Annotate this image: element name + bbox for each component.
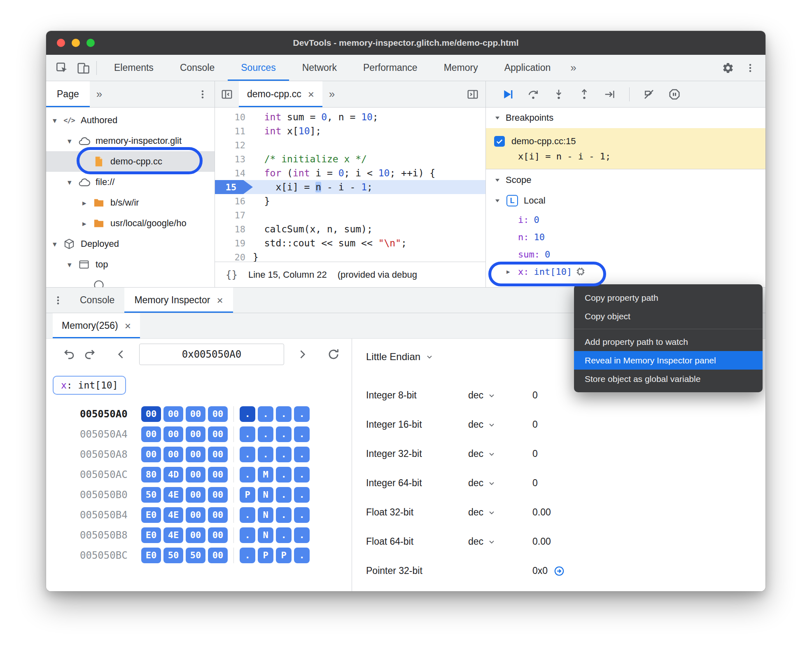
expander-icon[interactable]: ▾ — [68, 178, 77, 187]
drawer-menu-kebab-icon[interactable] — [46, 288, 70, 313]
code-line-14[interactable]: 14 for (int i = 0; i < 10; ++i) { — [215, 166, 485, 180]
close-icon[interactable]: × — [308, 89, 314, 100]
byte-cell[interactable]: 00 — [163, 447, 183, 462]
byte-cell[interactable]: 00 — [141, 406, 161, 422]
menu-item-store-object-as-global-variable[interactable]: Store object as global variable — [574, 370, 763, 388]
ascii-cell[interactable]: . — [276, 447, 292, 462]
ascii-cell[interactable]: . — [240, 447, 255, 462]
tab-page[interactable]: Page — [46, 81, 90, 107]
ascii-cell[interactable]: . — [276, 426, 292, 442]
format-dropdown[interactable]: dec — [468, 536, 532, 547]
step-icon[interactable] — [604, 88, 616, 101]
close-window-button[interactable] — [57, 39, 65, 47]
tree-item-memory-inspector-glit[interactable]: ▾memory-inspector.glit — [46, 131, 215, 151]
navigator-menu-kebab-icon[interactable] — [197, 89, 215, 100]
ascii-cell[interactable]: N — [258, 487, 273, 503]
line-number-16[interactable]: 16 — [215, 194, 253, 208]
line-number-14[interactable]: 14 — [215, 166, 253, 180]
line-number-12[interactable]: 12 — [215, 138, 253, 152]
byte-cell[interactable]: 00 — [208, 527, 228, 543]
tree-item-deployed[interactable]: ▾Deployed — [46, 234, 215, 254]
ascii-cell[interactable]: . — [294, 447, 310, 462]
byte-cell[interactable]: 00 — [186, 447, 205, 462]
byte-cell[interactable]: 00 — [163, 406, 183, 422]
tab-elements[interactable]: Elements — [101, 55, 167, 81]
line-number-20[interactable]: 20 — [215, 250, 253, 262]
ascii-cell[interactable]: N — [258, 527, 273, 543]
scope-var-x[interactable]: ▸x:int[10] — [486, 263, 765, 280]
byte-cell[interactable]: 50 — [186, 548, 205, 563]
step-into-icon[interactable] — [553, 88, 565, 101]
ascii-cell[interactable]: N — [258, 507, 273, 523]
byte-cell[interactable]: 00 — [186, 507, 205, 523]
expander-icon[interactable]: ▾ — [68, 260, 77, 269]
expander-icon[interactable]: ▾ — [68, 136, 77, 146]
close-icon[interactable]: × — [125, 321, 131, 331]
byte-cell[interactable]: 00 — [141, 426, 161, 442]
refresh-icon[interactable] — [327, 348, 340, 361]
byte-cell[interactable]: 00 — [208, 426, 228, 442]
resume-script-icon[interactable] — [502, 88, 514, 101]
code-line-11[interactable]: 11 int x[10]; — [215, 124, 485, 138]
inspect-icon[interactable] — [55, 61, 68, 75]
pause-on-exceptions-icon[interactable] — [668, 88, 681, 101]
more-navigator-tabs-chevron[interactable]: » — [90, 88, 109, 101]
ascii-cell[interactable]: . — [240, 507, 255, 523]
tab-network[interactable]: Network — [289, 55, 350, 81]
line-number-17[interactable]: 17 — [215, 208, 253, 222]
tab-memory[interactable]: Memory — [431, 55, 491, 81]
byte-cell[interactable]: E0 — [141, 548, 161, 563]
ascii-cell[interactable]: . — [276, 406, 292, 422]
byte-cell[interactable]: 4E — [163, 507, 183, 523]
undo-icon[interactable] — [63, 348, 76, 361]
byte-cell[interactable]: 00 — [186, 467, 205, 482]
next-page-icon[interactable] — [296, 349, 308, 360]
memory-inspector-icon[interactable] — [575, 266, 586, 277]
main-menu-kebab-icon[interactable] — [745, 63, 756, 73]
tab-application[interactable]: Application — [491, 55, 564, 81]
byte-cell[interactable]: 50 — [163, 548, 183, 563]
ascii-cell[interactable]: . — [258, 426, 273, 442]
tab-console[interactable]: Console — [167, 55, 228, 81]
byte-cell[interactable]: 00 — [208, 447, 228, 462]
tab-sources[interactable]: Sources — [228, 55, 289, 81]
ascii-cell[interactable]: P — [240, 487, 255, 503]
more-editor-tabs-chevron[interactable]: » — [322, 88, 341, 101]
tree-item-partial[interactable] — [46, 275, 215, 287]
tree-item-top[interactable]: ▾top — [46, 254, 215, 275]
tree-item-file[interactable]: ▾file:// — [46, 172, 215, 192]
byte-cell[interactable]: E0 — [141, 507, 161, 523]
byte-cell[interactable]: 4D — [163, 467, 183, 482]
settings-gear-icon[interactable] — [722, 62, 734, 74]
editor-tab-demo-cpp[interactable]: demo-cpp.cc × — [239, 81, 322, 107]
ascii-cell[interactable]: . — [276, 527, 292, 543]
ascii-cell[interactable]: . — [294, 507, 310, 523]
tree-item-authored[interactable]: ▾</>Authored — [46, 110, 215, 131]
code-line-13[interactable]: 13 /* initialize x */ — [215, 152, 485, 166]
ascii-cell[interactable]: . — [258, 406, 273, 422]
ascii-cell[interactable]: . — [294, 426, 310, 442]
zoom-window-button[interactable] — [86, 39, 95, 47]
drawer-tab-memory-inspector[interactable]: Memory Inspector× — [124, 288, 233, 313]
format-dropdown[interactable]: dec — [468, 507, 532, 518]
code-line-10[interactable]: 10 int sum = 0, n = 10; — [215, 110, 485, 124]
ascii-cell[interactable]: . — [240, 527, 255, 543]
line-number-19[interactable]: 19 — [215, 236, 253, 250]
breakpoint-checkbox[interactable] — [494, 136, 505, 147]
deactivate-breakpoints-icon[interactable] — [643, 88, 655, 101]
scope-local-row[interactable]: L Local — [486, 190, 765, 211]
ascii-cell[interactable]: . — [240, 467, 255, 482]
code-line-20[interactable]: 20} — [215, 250, 485, 262]
expander-icon[interactable]: ▸ — [82, 219, 92, 228]
close-icon[interactable]: × — [217, 295, 223, 306]
memory-object-tag[interactable]: x: int[10] — [53, 376, 126, 395]
menu-item-copy-property-path[interactable]: Copy property path — [574, 288, 763, 307]
byte-cell[interactable]: 00 — [163, 426, 183, 442]
byte-cell[interactable]: 00 — [186, 487, 205, 503]
line-number-13[interactable]: 13 — [215, 152, 253, 166]
code-line-18[interactable]: 18 calcSum(x, n, sum); — [215, 222, 485, 236]
ascii-cell[interactable]: . — [240, 426, 255, 442]
line-number-10[interactable]: 10 — [215, 110, 253, 124]
line-number-15[interactable]: 15 — [215, 180, 253, 194]
byte-cell[interactable]: 00 — [208, 487, 228, 503]
